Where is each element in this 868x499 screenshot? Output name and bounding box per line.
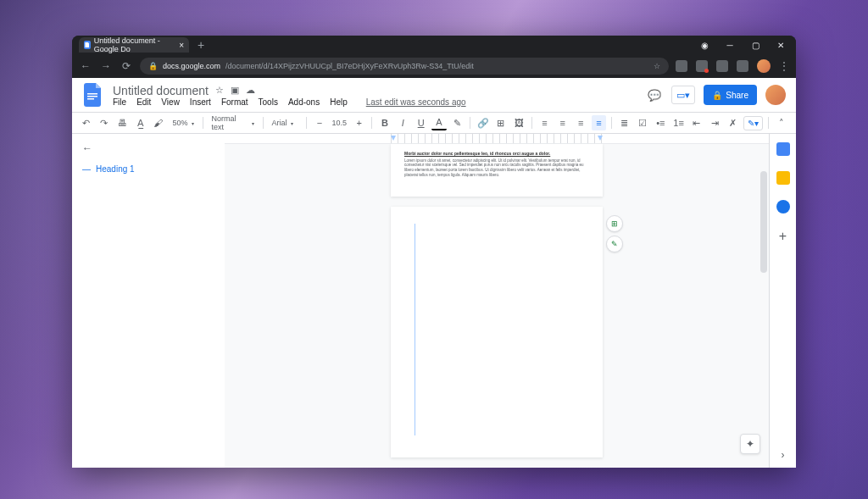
url-path: /document/d/14XPijzzVHUUCpl_BI7eDHjXyFeX… (225, 62, 474, 70)
line-spacing-button[interactable]: ≣ (617, 115, 632, 130)
address-bar: ← → ⟳ 🔒 docs.google.com/document/d/14XPi… (72, 54, 796, 78)
hide-side-panel-icon[interactable]: › (782, 449, 785, 461)
chrome-menu-icon[interactable]: ⋮ (779, 60, 789, 72)
menu-help[interactable]: Help (330, 97, 348, 107)
tasks-icon[interactable] (776, 200, 790, 213)
font-size-increase[interactable]: + (352, 115, 366, 130)
url-field[interactable]: 🔒 docs.google.com/document/d/14XPijzzVHU… (140, 58, 669, 75)
minimize-button[interactable]: ─ (725, 40, 735, 50)
profile-avatar[interactable] (757, 59, 771, 73)
link-button[interactable]: 🔗 (476, 115, 490, 130)
italic-button[interactable]: I (396, 115, 410, 130)
share-button[interactable]: 🔒 Share (704, 85, 757, 105)
left-indent-marker[interactable] (391, 136, 396, 141)
highlight-button[interactable]: ✎ (450, 115, 465, 130)
undo-button[interactable]: ↶ (79, 115, 93, 130)
suggest-edit-icon[interactable]: ✎ (606, 236, 623, 252)
image-button[interactable]: 🖼 (512, 115, 526, 130)
paint-format-button[interactable]: 🖌 (151, 115, 165, 130)
new-tab-button[interactable]: + (189, 38, 213, 52)
collapse-toolbar-button[interactable]: ˄ (774, 115, 789, 130)
zoom-select[interactable]: 50% (170, 119, 198, 127)
tab-close-icon[interactable]: × (179, 41, 184, 50)
tab-strip: Untitled document - Google Do × + ◉ ─ ▢ … (72, 36, 796, 54)
menu-bar: File Edit View Insert Format Tools Add-o… (113, 97, 466, 107)
tab-title: Untitled document - Google Do (94, 36, 175, 53)
menu-insert[interactable]: Insert (190, 97, 211, 107)
numbered-list-button[interactable]: 1≡ (671, 115, 686, 130)
right-indent-marker[interactable] (598, 136, 603, 141)
checklist-button[interactable]: ☑ (635, 115, 649, 130)
docs-body: ← Heading 1 Morbi auctor dolor nunc pell… (72, 134, 796, 468)
account-avatar[interactable] (765, 85, 786, 105)
window-controls: ◉ ─ ▢ ✕ (699, 40, 796, 50)
close-button[interactable]: ✕ (776, 40, 786, 50)
font-size-decrease[interactable]: − (312, 115, 326, 130)
addons-plus-icon[interactable]: + (779, 229, 787, 244)
align-right-button[interactable]: ≡ (573, 115, 587, 130)
spellcheck-button[interactable]: A̲ (133, 115, 147, 130)
font-select[interactable]: Arial (269, 119, 302, 127)
page-1[interactable]: Morbi auctor dolor nunc pellentesque leo… (391, 144, 603, 197)
editing-mode-button[interactable]: ✎▾ (743, 116, 763, 130)
menu-addons[interactable]: Add-ons (288, 97, 320, 107)
text-color-button[interactable]: A (431, 115, 446, 130)
align-justify-button[interactable]: ≡ (592, 115, 606, 130)
menu-format[interactable]: Format (221, 97, 248, 107)
toolbar: ↶ ↷ 🖶 A̲ 🖌 50% Normal text Arial − 10.5 … (72, 112, 796, 134)
forward-button[interactable]: → (99, 59, 113, 73)
present-button[interactable]: ▭▾ (671, 86, 695, 104)
svg-rect-1 (87, 96, 97, 97)
explore-button[interactable]: ✦ (740, 434, 760, 454)
star-icon[interactable]: ☆ (215, 85, 224, 96)
menu-tools[interactable]: Tools (259, 97, 278, 107)
move-icon[interactable]: ▣ (231, 85, 239, 96)
bulleted-list-button[interactable]: •≡ (654, 115, 668, 130)
last-edit-link[interactable]: Last edit was seconds ago (366, 97, 466, 107)
document-title[interactable]: Untitled document (113, 84, 209, 97)
bookmark-star-icon[interactable]: ☆ (654, 62, 660, 70)
outline-panel: ← Heading 1 (72, 134, 225, 468)
extension-icon-3[interactable] (737, 60, 748, 72)
page-2[interactable]: ⊞ ✎ (391, 207, 603, 457)
svg-rect-2 (87, 98, 94, 100)
extension-icon-2[interactable] (696, 60, 708, 72)
underline-button[interactable]: U (414, 115, 428, 130)
redo-button[interactable]: ↷ (97, 115, 111, 130)
keep-icon[interactable] (776, 171, 790, 185)
side-panel: + › (769, 134, 796, 468)
comment-button[interactable]: ⊞ (493, 115, 508, 130)
decrease-indent-button[interactable]: ⇤ (689, 115, 704, 130)
align-center-button[interactable]: ≡ (555, 115, 570, 130)
increase-indent-button[interactable]: ⇥ (708, 115, 722, 130)
clear-formatting-button[interactable]: ✗ (726, 115, 740, 130)
horizontal-ruler[interactable] (225, 134, 769, 144)
outline-close-icon[interactable]: ← (82, 142, 214, 154)
menu-edit[interactable]: Edit (136, 97, 151, 107)
align-left-button[interactable]: ≡ (537, 115, 552, 130)
menu-view[interactable]: View (161, 97, 180, 107)
calendar-icon[interactable] (776, 142, 790, 156)
reload-button[interactable]: ⟳ (120, 59, 133, 73)
docs-favicon (84, 41, 91, 49)
vertical-scrollbar[interactable] (760, 171, 767, 273)
print-button[interactable]: 🖶 (115, 115, 130, 130)
page1-heading: Morbi auctor dolor nunc pellentesque leo… (404, 151, 589, 157)
browser-tab[interactable]: Untitled document - Google Do × (79, 37, 189, 53)
extension-icon-1[interactable] (676, 60, 687, 72)
maximize-button[interactable]: ▢ (750, 40, 760, 50)
font-size-value[interactable]: 10.5 (331, 119, 349, 127)
extensions-puzzle-icon[interactable] (716, 60, 728, 72)
paragraph-style-select[interactable]: Normal text (209, 114, 258, 131)
cloud-status-icon[interactable]: ☁ (246, 85, 255, 96)
bold-button[interactable]: B (377, 115, 392, 130)
menu-file[interactable]: File (113, 97, 126, 107)
back-button[interactable]: ← (79, 59, 92, 73)
incognito-icon[interactable]: ◉ (699, 40, 709, 50)
docs-logo-icon[interactable] (82, 84, 104, 106)
outline-item-heading1[interactable]: Heading 1 (82, 161, 214, 177)
add-comment-icon[interactable]: ⊞ (606, 215, 623, 232)
document-canvas[interactable]: Morbi auctor dolor nunc pellentesque leo… (225, 134, 769, 468)
svg-rect-0 (87, 93, 97, 95)
comment-history-icon[interactable]: 💬 (646, 86, 663, 103)
